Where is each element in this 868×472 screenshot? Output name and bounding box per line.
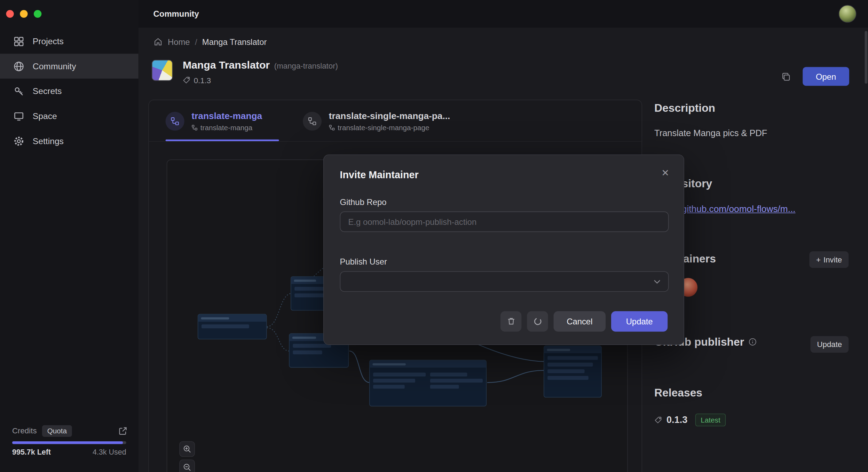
user-avatar[interactable]: [839, 5, 857, 23]
breadcrumb-separator: /: [195, 37, 197, 46]
flow-node[interactable]: [198, 314, 267, 339]
sidebar-item-label: Community: [33, 61, 76, 71]
quota-badge[interactable]: Quota: [42, 425, 72, 436]
invite-button[interactable]: + Invite: [810, 251, 849, 268]
sidebar-item-secrets[interactable]: Secrets: [0, 79, 139, 104]
sync-icon-button[interactable]: [527, 311, 548, 332]
close-icon[interactable]: ✕: [661, 167, 669, 179]
app-window: Projects Community Secrets Space: [0, 0, 868, 472]
flow-node[interactable]: [544, 346, 602, 398]
secrets-icon: [13, 86, 24, 97]
release-version: 0.1.3: [666, 415, 687, 426]
description-title: Description: [654, 102, 715, 115]
latest-badge: Latest: [695, 414, 726, 426]
scrollbar[interactable]: [865, 31, 867, 84]
home-icon[interactable]: [153, 37, 163, 46]
tab-translate-manga[interactable]: translate-manga translate-manga: [166, 100, 262, 142]
breadcrumb-current: Manga Translator: [202, 37, 267, 46]
publish-user-label: Publish User: [340, 257, 387, 266]
sidebar-item-settings[interactable]: Settings: [0, 128, 139, 154]
plus-icon: +: [816, 255, 821, 264]
description-text: Translate Manga pics & PDF: [654, 128, 767, 139]
cancel-button[interactable]: Cancel: [554, 311, 606, 332]
credits-section: Credits Quota 995.7k Left 4.3k Used: [0, 423, 139, 472]
page-title: Community: [153, 9, 199, 18]
flow-mini-icon: [329, 124, 335, 130]
fullscreen-window-button[interactable]: [34, 10, 41, 18]
credits-used: 4.3k Used: [93, 448, 126, 456]
community-icon: [13, 61, 24, 72]
update-button[interactable]: Update: [611, 311, 668, 332]
close-window-button[interactable]: [6, 10, 14, 18]
tab-title: translate-single-manga-pa...: [329, 110, 450, 121]
dialog-title: Invite Maintainer: [340, 170, 419, 181]
invite-maintainer-dialog: Invite Maintainer ✕ Github Repo Publish …: [323, 155, 684, 345]
minimize-window-button[interactable]: [20, 10, 27, 18]
breadcrumb: Home / Manga Translator: [153, 34, 267, 49]
tag-icon: [654, 416, 662, 424]
package-header: Manga Translator (manga-translator) 0.1.…: [183, 59, 338, 85]
space-icon: [13, 110, 24, 121]
sidebar-item-label: Space: [33, 111, 57, 121]
external-link-icon[interactable]: [118, 426, 127, 435]
projects-icon: [13, 36, 24, 47]
info-icon[interactable]: [749, 338, 757, 346]
tab-subtitle: translate-manga: [200, 123, 252, 132]
zoom-in-button[interactable]: [179, 441, 195, 457]
sync-icon: [533, 317, 542, 326]
publisher-update-button[interactable]: Update: [810, 336, 849, 353]
credits-progress-fill: [12, 441, 123, 444]
breadcrumb-home[interactable]: Home: [168, 37, 190, 46]
tag-icon: [183, 76, 190, 84]
settings-icon: [13, 135, 24, 147]
sidebar-item-label: Projects: [33, 36, 64, 46]
package-icon-image: [152, 60, 173, 81]
publish-user-select[interactable]: [340, 271, 669, 292]
sidebar-nav: Projects Community Secrets Space: [0, 29, 139, 154]
releases-title: Releases: [654, 386, 702, 399]
sidebar-item-projects[interactable]: Projects: [0, 29, 139, 54]
flow-icon: [166, 111, 184, 130]
flow-node[interactable]: [369, 360, 487, 407]
credits-left: 995.7k Left: [12, 448, 51, 456]
sidebar-item-label: Secrets: [33, 86, 62, 96]
release-item: 0.1.3 Latest: [654, 414, 726, 426]
top-bar: Community: [139, 0, 868, 28]
package-slug: (manga-translator): [274, 62, 338, 70]
credits-progress: [12, 441, 126, 444]
tab-title: translate-manga: [191, 110, 262, 121]
sidebar-item-space[interactable]: Space: [0, 103, 139, 128]
flow-icon: [303, 111, 322, 130]
chevron-down-icon: [654, 280, 660, 284]
github-repo-input[interactable]: [340, 212, 669, 232]
flow-tabs: translate-manga translate-manga translat…: [149, 100, 642, 142]
credits-label: Credits: [12, 426, 37, 435]
package-version: 0.1.3: [194, 76, 211, 85]
flow-mini-icon: [191, 124, 197, 130]
sidebar: Projects Community Secrets Space: [0, 0, 139, 472]
delete-button[interactable]: [500, 311, 521, 332]
tab-translate-single-manga-page[interactable]: translate-single-manga-pa... translate-s…: [303, 100, 450, 142]
window-controls: [6, 10, 41, 18]
active-tab-indicator: [166, 140, 279, 141]
sidebar-item-community[interactable]: Community: [0, 54, 139, 79]
trash-icon: [506, 317, 516, 326]
zoom-out-button[interactable]: [179, 459, 195, 472]
tab-subtitle: translate-single-manga-page: [338, 123, 429, 132]
sidebar-item-label: Settings: [33, 136, 64, 146]
package-title: Manga Translator: [183, 59, 270, 71]
github-repo-label: Github Repo: [340, 197, 387, 206]
